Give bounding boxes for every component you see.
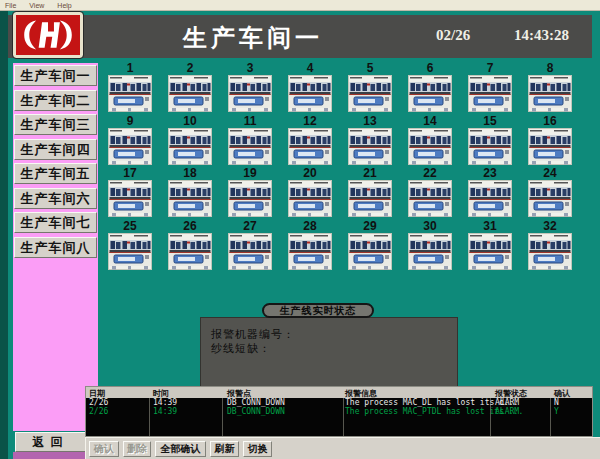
toolbar-button-2: 删除 bbox=[123, 441, 151, 457]
knitting-machine-icon bbox=[528, 128, 572, 165]
machine-number: 31 bbox=[460, 219, 520, 233]
toolbar-button-1: 确认 bbox=[89, 441, 119, 457]
machine-grid: 1 2 bbox=[100, 61, 588, 271]
machine-item-26[interactable]: 26 bbox=[160, 219, 220, 272]
knitting-machine-icon bbox=[408, 128, 452, 165]
knitting-machine-icon bbox=[168, 75, 212, 112]
machine-item-15[interactable]: 15 bbox=[460, 114, 520, 167]
knitting-machine-icon bbox=[168, 128, 212, 165]
machine-number: 11 bbox=[220, 114, 280, 128]
machine-item-20[interactable]: 20 bbox=[280, 166, 340, 219]
toolbar-button-4[interactable]: 刷新 bbox=[210, 441, 239, 457]
machine-number: 16 bbox=[520, 114, 580, 128]
sidebar-item-workshop-3[interactable]: 生产车间三 bbox=[14, 114, 97, 135]
machine-item-2[interactable]: 2 bbox=[160, 61, 220, 114]
sidebar-item-workshop-7[interactable]: 生产车间七 bbox=[14, 212, 97, 233]
toolbar-button-3[interactable]: 全部确认 bbox=[155, 441, 206, 457]
sidebar-item-workshop-5[interactable]: 生产车间五 bbox=[14, 163, 97, 184]
menu-item-file[interactable]: File bbox=[5, 1, 16, 10]
alarm-table-row[interactable]: 2/2614:39DB_CONN_DOWNThe process MAC_PTD… bbox=[86, 407, 592, 416]
sidebar-item-workshop-6[interactable]: 生产车间六 bbox=[14, 188, 97, 209]
machine-number: 15 bbox=[460, 114, 520, 128]
machine-number: 22 bbox=[400, 166, 460, 180]
machine-item-13[interactable]: 13 bbox=[340, 114, 400, 167]
machine-number: 23 bbox=[460, 166, 520, 180]
machine-number: 19 bbox=[220, 166, 280, 180]
machine-item-23[interactable]: 23 bbox=[460, 166, 520, 219]
alarm-table-row[interactable]: 2/2614:39DB_CONN_DOWNThe process MAC_DL … bbox=[86, 398, 592, 407]
knitting-machine-icon bbox=[348, 180, 392, 217]
status-line: 报警机器编号： bbox=[211, 327, 457, 341]
machine-number: 3 bbox=[220, 61, 280, 75]
machine-number: 25 bbox=[100, 219, 160, 233]
knitting-machine-icon bbox=[468, 128, 512, 165]
machine-item-7[interactable]: 7 bbox=[460, 61, 520, 114]
menu-item-help[interactable]: Help bbox=[57, 1, 71, 10]
machine-item-31[interactable]: 31 bbox=[460, 219, 520, 272]
machine-item-27[interactable]: 27 bbox=[220, 219, 280, 272]
knitting-machine-icon bbox=[468, 233, 512, 270]
machine-item-4[interactable]: 4 bbox=[280, 61, 340, 114]
machine-item-9[interactable]: 9 bbox=[100, 114, 160, 167]
machine-item-18[interactable]: 18 bbox=[160, 166, 220, 219]
status-panel: 报警机器编号：纱线短缺： bbox=[200, 317, 458, 387]
machine-item-16[interactable]: 16 bbox=[520, 114, 580, 167]
machine-number: 5 bbox=[340, 61, 400, 75]
knitting-machine-icon bbox=[228, 75, 272, 112]
machine-item-8[interactable]: 8 bbox=[520, 61, 580, 114]
machine-number: 26 bbox=[160, 219, 220, 233]
knitting-machine-icon bbox=[528, 75, 572, 112]
table-cell: 2/26 bbox=[89, 407, 108, 416]
sidebar-item-workshop-1[interactable]: 生产车间一 bbox=[14, 65, 97, 86]
sidebar-item-workshop-2[interactable]: 生产车间二 bbox=[14, 90, 97, 111]
left-edge-strip bbox=[0, 11, 8, 459]
machine-number: 6 bbox=[400, 61, 460, 75]
machine-number: 29 bbox=[340, 219, 400, 233]
machine-item-19[interactable]: 19 bbox=[220, 166, 280, 219]
back-button[interactable]: 返回 bbox=[15, 432, 86, 452]
machine-number: 32 bbox=[520, 219, 580, 233]
menu-item-view[interactable]: View bbox=[29, 1, 44, 10]
knitting-machine-icon bbox=[288, 180, 332, 217]
page-title: 生产车间一 bbox=[183, 22, 323, 54]
company-logo bbox=[13, 12, 83, 58]
sidebar-item-workshop-8[interactable]: 生产车间八 bbox=[14, 237, 97, 258]
knitting-machine-icon bbox=[528, 180, 572, 217]
knitting-machine-icon bbox=[168, 233, 212, 270]
machine-item-6[interactable]: 6 bbox=[400, 61, 460, 114]
machine-item-22[interactable]: 22 bbox=[400, 166, 460, 219]
machine-item-12[interactable]: 12 bbox=[280, 114, 340, 167]
machine-item-24[interactable]: 24 bbox=[520, 166, 580, 219]
machine-item-10[interactable]: 10 bbox=[160, 114, 220, 167]
machine-item-25[interactable]: 25 bbox=[100, 219, 160, 272]
machine-item-28[interactable]: 28 bbox=[280, 219, 340, 272]
knitting-machine-icon bbox=[288, 128, 332, 165]
sidebar-item-workshop-4[interactable]: 生产车间四 bbox=[14, 139, 97, 160]
header-date: 02/26 bbox=[436, 27, 470, 44]
table-cell: Y bbox=[554, 407, 559, 416]
alarm-table[interactable]: 日期时间报警点报警信息报警状态确认2/2614:39DB_CONN_DOWNTh… bbox=[85, 386, 593, 437]
header-time: 14:43:28 bbox=[514, 27, 569, 44]
machine-item-3[interactable]: 3 bbox=[220, 61, 280, 114]
machine-item-5[interactable]: 5 bbox=[340, 61, 400, 114]
machine-item-32[interactable]: 32 bbox=[520, 219, 580, 272]
machine-number: 9 bbox=[100, 114, 160, 128]
machine-number: 20 bbox=[280, 166, 340, 180]
machine-item-30[interactable]: 30 bbox=[400, 219, 460, 272]
table-cell: ALARM bbox=[495, 398, 519, 407]
table-cell: The process MAC_DL has lost its d... bbox=[345, 398, 518, 407]
table-cell: DB_CONN_DOWN bbox=[227, 407, 285, 416]
machine-item-11[interactable]: 11 bbox=[220, 114, 280, 167]
machine-item-17[interactable]: 17 bbox=[100, 166, 160, 219]
table-cell: 2/26 bbox=[89, 398, 108, 407]
knitting-machine-icon bbox=[228, 180, 272, 217]
knitting-machine-icon bbox=[468, 180, 512, 217]
machine-item-21[interactable]: 21 bbox=[340, 166, 400, 219]
machine-item-14[interactable]: 14 bbox=[400, 114, 460, 167]
table-cell: ALARM bbox=[495, 407, 519, 416]
machine-item-29[interactable]: 29 bbox=[340, 219, 400, 272]
menubar: FileViewHelp bbox=[0, 0, 600, 11]
machine-item-1[interactable]: 1 bbox=[100, 61, 160, 114]
toolbar-button-5[interactable]: 切换 bbox=[243, 441, 272, 457]
machine-number: 2 bbox=[160, 61, 220, 75]
